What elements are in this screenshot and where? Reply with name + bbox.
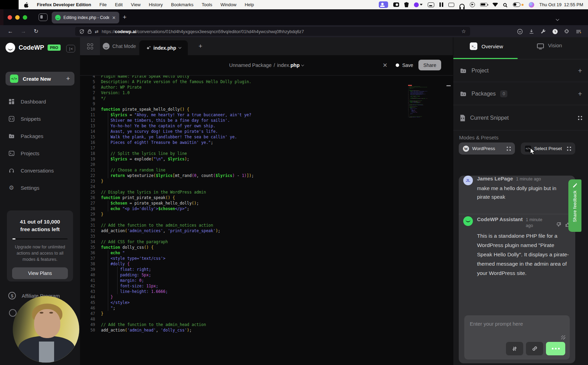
- search-icon[interactable]: [503, 3, 507, 7]
- chat-panel: JL James LePage 1 minute ago make me a h…: [459, 176, 575, 363]
- siri-icon[interactable]: [529, 2, 534, 8]
- assistant-menu-icon[interactable]: [414, 2, 423, 8]
- battery-icon[interactable]: [480, 3, 487, 7]
- wrench-icon[interactable]: [540, 29, 547, 34]
- prompt-box[interactable]: [464, 315, 570, 359]
- tab-vision[interactable]: Vision: [537, 42, 562, 48]
- reload-button[interactable]: ↻: [34, 28, 38, 34]
- bookmark-star-icon[interactable]: ☆: [462, 28, 466, 34]
- code-line-22: 22return wptexturize($lyrics[mt_rand(0, …: [407, 98, 427, 99]
- resize-handle[interactable]: [561, 335, 565, 339]
- share-feedback-button[interactable]: Share feedback: [568, 179, 581, 232]
- tab-chat-mode[interactable]: Chat Mode: [100, 37, 139, 55]
- lock-icon[interactable]: [88, 29, 92, 34]
- add-project-icon[interactable]: +: [578, 67, 582, 75]
- tab-close-icon[interactable]: ✕: [112, 15, 116, 20]
- plus-icon: +: [66, 75, 70, 82]
- code-line-50: 50add_action('admin_head', 'dolly_css');: [407, 117, 427, 117]
- prompt-input[interactable]: [464, 315, 570, 339]
- firefox-view-icon[interactable]: [39, 13, 48, 21]
- menu-view[interactable]: View: [131, 2, 141, 7]
- sidebar-item-label: Dashboard: [21, 99, 46, 105]
- menu-help[interactable]: Help: [245, 2, 254, 7]
- section-project[interactable]: Project +: [453, 59, 588, 82]
- section-current-snippet[interactable]: Current Snippet: [453, 106, 588, 130]
- url-text[interactable]: https://codewp.ai/conversations/01hd4h4y…: [102, 29, 458, 34]
- menu-history[interactable]: History: [149, 2, 163, 7]
- add-file-tab-button[interactable]: +: [199, 42, 202, 50]
- gif-icon[interactable]: [428, 2, 434, 7]
- code-line-39: 39float: right;: [85, 267, 453, 272]
- menu-tools[interactable]: Tools: [202, 2, 212, 7]
- sidebar-item-packages[interactable]: Packages: [0, 127, 80, 145]
- webcam-overlay: [13, 296, 79, 363]
- screen-share-icon[interactable]: [379, 1, 388, 8]
- thumbs-down-icon[interactable]: [556, 222, 561, 229]
- sidebar-item-projects[interactable]: Projects: [0, 145, 80, 162]
- menu-app-name[interactable]: Firefox Developer Edition: [37, 2, 91, 7]
- forward-button[interactable]: →: [21, 28, 26, 34]
- back-button[interactable]: ←: [8, 28, 13, 34]
- select-preset-button[interactable]: </> Select Preset: [521, 142, 575, 155]
- zoom-window-button[interactable]: [23, 15, 27, 20]
- apple-icon[interactable]: [24, 2, 29, 8]
- history-icon[interactable]: [551, 29, 558, 34]
- download-icon[interactable]: [528, 29, 535, 34]
- menu-edit[interactable]: Edit: [115, 2, 122, 7]
- toggles-icon[interactable]: [513, 2, 524, 8]
- app-menu-icon[interactable]: [575, 29, 582, 34]
- sidebar-item-dashboard[interactable]: Dashboard: [0, 93, 80, 110]
- save-button[interactable]: Save: [396, 62, 413, 68]
- share-button[interactable]: Share: [418, 60, 441, 70]
- section-packages[interactable]: Packages 0 +: [453, 82, 588, 105]
- close-editor-icon[interactable]: ✕: [383, 62, 387, 69]
- browser-tab[interactable]: Editing index.php - CodeWP ✕: [52, 12, 119, 23]
- view-plans-button[interactable]: View Plans: [12, 267, 68, 279]
- codewp-app: CodeWP PRO |< </> Create New + Dashboard…: [0, 37, 588, 365]
- sidebar-item-settings[interactable]: ⚙Settings: [0, 179, 80, 196]
- attach-link-button[interactable]: [526, 342, 543, 355]
- headphones-icon[interactable]: [459, 4, 465, 8]
- code-minimap[interactable]: 4Plugin Name: Pirate Speak Hello Dolly5D…: [407, 85, 427, 132]
- window-bars-icon[interactable]: [439, 2, 443, 8]
- tab-overview[interactable]: >_ Overview: [470, 42, 503, 50]
- new-tab-button[interactable]: +: [123, 14, 126, 20]
- create-new-button[interactable]: </> Create New +: [6, 72, 74, 86]
- sidebar-collapse-icon[interactable]: |<: [66, 45, 75, 52]
- breadcrumb-chevron-icon[interactable]: [301, 63, 304, 66]
- editor-scrollbar[interactable]: [446, 85, 451, 86]
- play-icon[interactable]: [470, 2, 475, 7]
- minimize-window-button[interactable]: [15, 15, 20, 20]
- menu-window[interactable]: Window: [221, 2, 236, 7]
- sidebar-item-snippets[interactable]: Snippets: [0, 110, 80, 127]
- close-window-button[interactable]: [8, 15, 12, 20]
- display-icon[interactable]: [448, 3, 454, 7]
- mode-dots-icon[interactable]: [507, 147, 511, 151]
- preset-dots-icon[interactable]: [567, 147, 571, 151]
- code-editor[interactable]: 4Plugin Name: Pirate Speak Hello Dolly5D…: [80, 75, 453, 365]
- sidebar-item-conversations[interactable]: Conversations: [0, 162, 80, 179]
- extensions-icon[interactable]: [563, 29, 570, 34]
- expand-dots-icon[interactable]: [578, 116, 582, 120]
- window-controls[interactable]: [8, 15, 27, 20]
- settings-sliders-button[interactable]: [506, 342, 523, 355]
- tab-list-chevron-icon[interactable]: [556, 16, 559, 22]
- address-bar[interactable]: ⇄ https://codewp.ai/conversations/01hd4h…: [75, 27, 470, 36]
- wordpress-mode-button[interactable]: W WordPress: [459, 142, 515, 155]
- pocket-icon[interactable]: [516, 29, 523, 34]
- tab-index-php[interactable]: index.php: [139, 40, 188, 55]
- shield-icon[interactable]: [404, 2, 409, 7]
- wifi-icon[interactable]: [493, 3, 498, 7]
- pencil-icon: [572, 183, 577, 188]
- send-button[interactable]: [546, 342, 565, 355]
- tracking-protection-shield-icon[interactable]: [79, 29, 84, 34]
- camera-icon[interactable]: [393, 2, 399, 7]
- menu-file[interactable]: File: [99, 2, 107, 7]
- codewp-logo-icon: [6, 43, 15, 52]
- chevron-down-icon[interactable]: [179, 46, 181, 49]
- chat-message-user: JL James LePage 1 minute ago make me a h…: [459, 176, 575, 201]
- permissions-icon[interactable]: ⇄: [95, 29, 99, 34]
- menu-bookmarks[interactable]: Bookmarks: [171, 2, 193, 7]
- apps-grid-button[interactable]: [80, 37, 100, 55]
- add-package-icon[interactable]: +: [578, 90, 582, 98]
